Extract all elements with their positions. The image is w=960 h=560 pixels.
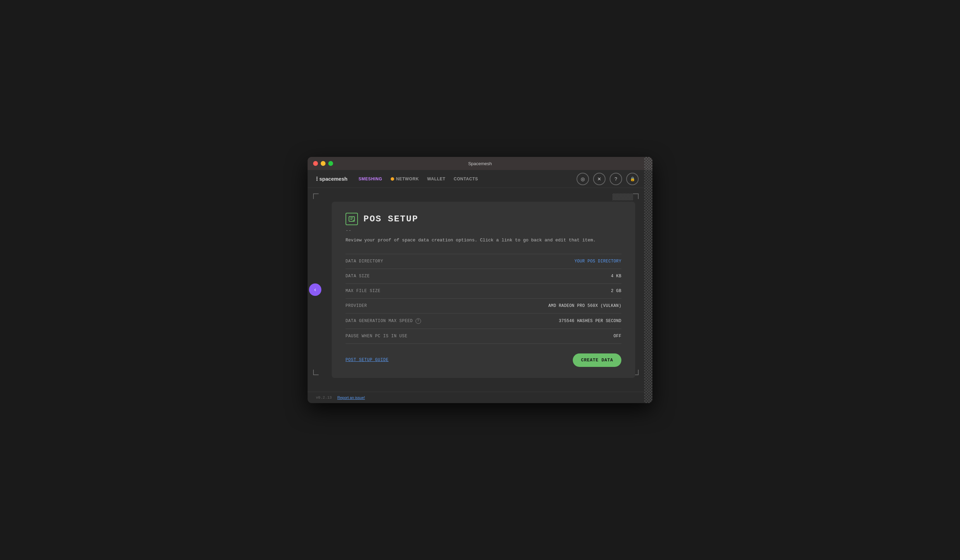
help-icon-button[interactable]: ?	[610, 173, 622, 185]
max-file-size-value: 2 GB	[611, 289, 621, 293]
help-icon: ?	[614, 176, 617, 182]
data-rows: DATA DIRECTORY YOUR POS DIRECTORY DATA S…	[346, 254, 621, 344]
titlebar-checker	[644, 157, 653, 170]
target-icon: ◎	[581, 176, 585, 182]
data-directory-row: DATA DIRECTORY YOUR POS DIRECTORY	[346, 254, 621, 269]
max-file-size-row: MAX FILE SIZE 2 GB	[346, 284, 621, 299]
target-icon-button[interactable]: ◎	[576, 173, 589, 185]
data-size-value: 4 KB	[611, 274, 621, 278]
pos-separator: --	[346, 228, 621, 234]
pause-when-pc-row: PAUSE WHEN PC IS IN USE OFF	[346, 329, 621, 344]
pos-title: POS SETUP	[363, 214, 418, 224]
back-button[interactable]: ‹	[309, 283, 322, 296]
provider-label: PROVIDER	[346, 304, 367, 308]
create-data-button[interactable]: CREATE DATA	[573, 354, 621, 367]
app-window: Spacemesh ⁝ spacemesh SMESHING NETWORK W…	[307, 157, 653, 403]
data-gen-speed-value: 375546 HASHES PER SECOND	[559, 318, 621, 323]
pos-setup-card: POS SETUP -- Review your proof of space …	[332, 202, 635, 378]
footer-version: v0.2.13	[316, 395, 332, 400]
logo-symbol: ⁝	[316, 175, 318, 183]
bracket-top-right	[633, 194, 638, 199]
nav-contacts[interactable]: CONTACTS	[454, 176, 478, 181]
titlebar: Spacemesh	[307, 157, 653, 170]
bracket-bottom-left	[313, 370, 318, 375]
provider-value: AMD RADEON PRO 560X (VULKAN)	[548, 304, 621, 308]
close-button[interactable]	[313, 161, 318, 166]
card-footer: POST SETUP GUIDE CREATE DATA	[346, 354, 621, 367]
lock-icon-button[interactable]: 🔒	[626, 173, 638, 185]
pause-when-pc-value: OFF	[613, 334, 621, 339]
atom-icon: ✕	[597, 176, 602, 182]
minimize-button[interactable]	[321, 161, 325, 166]
provider-row: PROVIDER AMD RADEON PRO 560X (VULKAN)	[346, 299, 621, 314]
bracket-top-left	[313, 194, 318, 199]
data-size-label: DATA SIZE	[346, 274, 370, 278]
window-title: Spacemesh	[468, 161, 492, 166]
data-gen-speed-help-icon[interactable]: ?	[416, 318, 421, 324]
atom-icon-button[interactable]: ✕	[593, 173, 605, 185]
nav-smeshing[interactable]: SMESHING	[358, 176, 382, 181]
app-footer: v0.2.13 Report an issue!	[307, 392, 653, 403]
pos-description: Review your proof of space data creation…	[346, 237, 621, 244]
data-directory-value[interactable]: YOUR POS DIRECTORY	[574, 259, 621, 264]
main-content: ‹ POS SETUP -- Review your proof of spac…	[307, 188, 653, 392]
max-file-size-label: MAX FILE SIZE	[346, 289, 380, 293]
pos-icon	[346, 213, 358, 225]
data-size-row: DATA SIZE 4 KB	[346, 269, 621, 284]
nav-items: SMESHING NETWORK WALLET CONTACTS	[358, 176, 478, 181]
network-status-dot	[391, 177, 394, 181]
noise-texture	[613, 194, 633, 200]
navbar: ⁝ spacemesh SMESHING NETWORK WALLET CONT…	[307, 170, 653, 188]
titlebar-controls	[313, 161, 333, 166]
logo: ⁝ spacemesh	[316, 175, 347, 183]
data-gen-speed-label: DATA GENERATION MAX SPEED ?	[346, 318, 421, 324]
chevron-left-icon: ‹	[314, 286, 316, 293]
data-gen-speed-row: DATA GENERATION MAX SPEED ? 375546 HASHE…	[346, 314, 621, 329]
post-setup-guide-link[interactable]: POST SETUP GUIDE	[346, 358, 389, 362]
nav-wallet[interactable]: WALLET	[427, 176, 445, 181]
maximize-button[interactable]	[328, 161, 333, 166]
nav-network-label: NETWORK	[396, 176, 419, 181]
logo-text: spacemesh	[319, 176, 347, 182]
pos-header: POS SETUP	[346, 213, 621, 225]
report-issue-link[interactable]: Report an issue!	[337, 395, 365, 400]
pause-when-pc-label: PAUSE WHEN PC IS IN USE	[346, 334, 407, 339]
nav-right-icons: ◎ ✕ ? 🔒	[576, 173, 638, 185]
data-directory-label: DATA DIRECTORY	[346, 259, 383, 264]
nav-network[interactable]: NETWORK	[391, 176, 419, 181]
lock-icon: 🔒	[630, 176, 635, 181]
